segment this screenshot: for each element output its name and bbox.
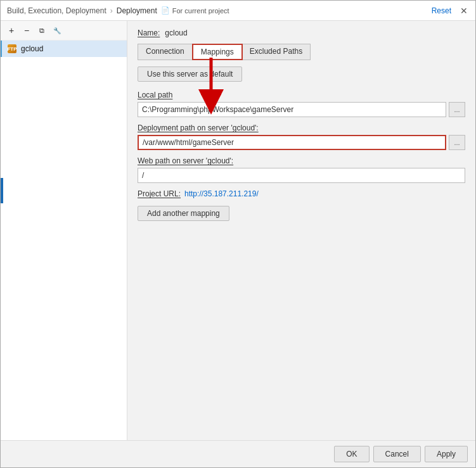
web-path-row (138, 168, 465, 183)
tab-mappings[interactable]: Mappings (192, 44, 243, 60)
tab-excluded-paths[interactable]: Excluded Paths (242, 44, 310, 60)
breadcrumb-separator: › (110, 6, 113, 15)
name-row: Name: gcloud (138, 28, 465, 37)
apply-button[interactable]: Apply (425, 446, 468, 462)
web-path-label: Web path on server 'gcloud': (138, 156, 465, 165)
deployment-path-browse-button[interactable]: ... (449, 135, 465, 150)
dialog-window: Build, Execution, Deployment › Deploymen… (0, 0, 476, 468)
name-field-value: gcloud (165, 28, 187, 37)
ok-button[interactable]: OK (334, 446, 369, 462)
breadcrumb-current: Deployment (117, 6, 157, 15)
reset-link[interactable]: Reset (432, 6, 451, 15)
close-button[interactable]: ✕ (459, 6, 469, 16)
title-bar: Build, Execution, Deployment › Deploymen… (1, 1, 475, 21)
left-accent-bar (1, 178, 3, 203)
deployment-path-row: ... (138, 135, 465, 150)
name-field-label: Name: (138, 28, 160, 37)
use-default-button[interactable]: Use this server as default (138, 66, 242, 82)
project-url-label: Project URL: (138, 189, 181, 198)
cancel-button[interactable]: Cancel (373, 446, 421, 462)
sidebar: + − ⧉ 🔧 FTP gcloud (1, 21, 127, 440)
content-area: + − ⧉ 🔧 FTP gcloud Name: gcloud Connecti… (1, 21, 475, 440)
sidebar-item-label: gcloud (21, 44, 43, 53)
local-path-browse-button[interactable]: ... (449, 102, 465, 117)
project-url-row: Project URL: http://35.187.211.219/ (138, 189, 465, 198)
move-server-button[interactable]: 🔧 (50, 23, 64, 37)
web-path-input[interactable] (138, 168, 465, 183)
main-panel: Name: gcloud Connection Mappings Exclude… (127, 21, 475, 440)
sidebar-toolbar: + − ⧉ 🔧 (1, 21, 127, 41)
add-mapping-container: Add another mapping (138, 206, 465, 221)
for-current-project-label: For current project (172, 7, 229, 15)
breadcrumb: Build, Execution, Deployment › Deploymen… (7, 6, 229, 15)
tab-connection[interactable]: Connection (138, 44, 193, 60)
local-path-input[interactable] (138, 102, 446, 117)
sidebar-item-gcloud[interactable]: FTP gcloud (1, 41, 127, 57)
local-path-row: ... (138, 102, 465, 117)
breadcrumb-item-1: Build, Execution, Deployment (7, 6, 106, 15)
tabs-bar: Connection Mappings Excluded Paths (138, 44, 311, 60)
add-server-button[interactable]: + (4, 23, 18, 37)
add-mapping-button[interactable]: Add another mapping (138, 206, 229, 221)
deployment-path-label: Deployment path on server 'gcloud': (138, 123, 465, 132)
deployment-path-input[interactable] (138, 135, 446, 150)
for-current-project: 📄 For current project (161, 6, 229, 15)
copy-server-button[interactable]: ⧉ (35, 23, 49, 37)
bottom-bar: OK Cancel Apply (1, 440, 475, 467)
gcloud-server-icon: FTP (8, 44, 16, 53)
local-path-label: Local path (138, 91, 465, 99)
use-default-container: Use this server as default (138, 66, 465, 91)
project-url-value[interactable]: http://35.187.211.219/ (184, 189, 259, 198)
title-bar-right: Reset ✕ (432, 6, 469, 16)
server-icon: FTP (7, 44, 17, 54)
remove-server-button[interactable]: − (20, 23, 34, 37)
